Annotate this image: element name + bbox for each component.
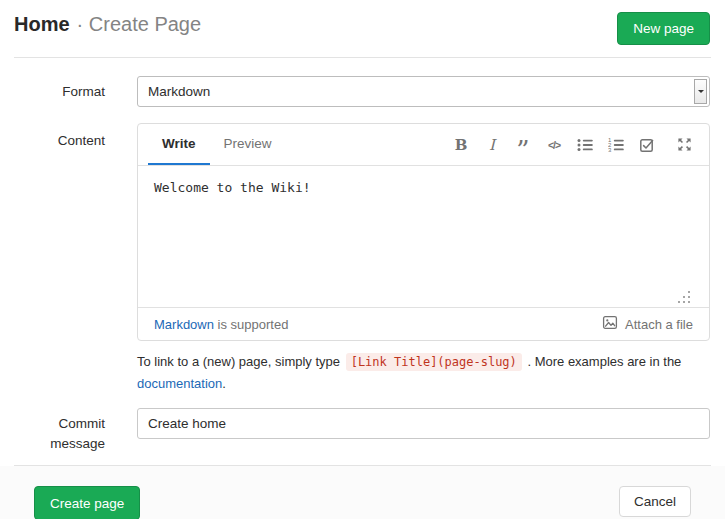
attach-file-button[interactable]: Attach a file (602, 315, 693, 333)
page-title-home: Home (14, 13, 70, 35)
documentation-link[interactable]: documentation (137, 376, 222, 391)
code-icon[interactable]: </> (545, 136, 563, 154)
tab-write[interactable]: Write (148, 124, 210, 165)
create-page-button[interactable]: Create page (34, 486, 140, 519)
fullscreen-icon[interactable] (675, 136, 693, 154)
markdown-help-link[interactable]: Markdown (154, 317, 214, 332)
page-title-subtitle: · Create Page (77, 13, 202, 35)
help-text-after: . More examples are in the (524, 354, 682, 369)
editor-textarea[interactable]: Welcome to the Wiki! (138, 166, 709, 307)
footer-divider (14, 465, 711, 466)
italic-icon[interactable]: I (483, 136, 501, 154)
help-text-period: . (222, 376, 226, 391)
markdown-supported-text: is supported (214, 317, 288, 332)
svg-text:3: 3 (608, 147, 612, 153)
select-dropdown-arrow-icon (694, 79, 707, 104)
format-label: Format (0, 82, 105, 102)
wiki-create-page: Home· Create Page New page Format Markdo… (0, 0, 725, 519)
format-select[interactable]: Markdown (137, 76, 710, 107)
bold-icon[interactable]: B (452, 136, 470, 154)
editor-text: Welcome to the Wiki! (154, 180, 311, 195)
tab-preview[interactable]: Preview (210, 124, 286, 165)
header-divider (14, 57, 711, 58)
attach-file-label: Attach a file (625, 317, 693, 332)
new-page-button[interactable]: New page (617, 12, 710, 45)
help-text-before: To link to a (new) page, simply type (137, 354, 344, 369)
resize-grip-icon[interactable] (678, 291, 691, 304)
commit-message-label: Commit message (0, 414, 105, 454)
editor-tab-bar: Write Preview B I ” </> 123 (138, 124, 709, 166)
link-syntax-code: [Link Title](page-slug) (346, 353, 522, 371)
content-label: Content (0, 131, 105, 151)
cancel-button[interactable]: Cancel (619, 486, 691, 517)
link-help-text: To link to a (new) page, simply type [Li… (137, 351, 714, 394)
numbered-list-icon[interactable]: 123 (607, 136, 625, 154)
markdown-editor: Write Preview B I ” </> 123 (137, 123, 710, 341)
task-list-icon[interactable] (638, 136, 656, 154)
attach-image-icon (602, 315, 618, 333)
commit-message-input[interactable] (137, 408, 710, 439)
page-title: Home· Create Page (14, 13, 201, 36)
editor-footer: Markdown is supported Attach a file (138, 307, 709, 340)
quote-icon[interactable]: ” (514, 131, 532, 159)
format-select-value: Markdown (148, 84, 210, 99)
bullet-list-icon[interactable] (576, 136, 594, 154)
editor-toolbar: B I ” </> 123 (452, 124, 709, 165)
